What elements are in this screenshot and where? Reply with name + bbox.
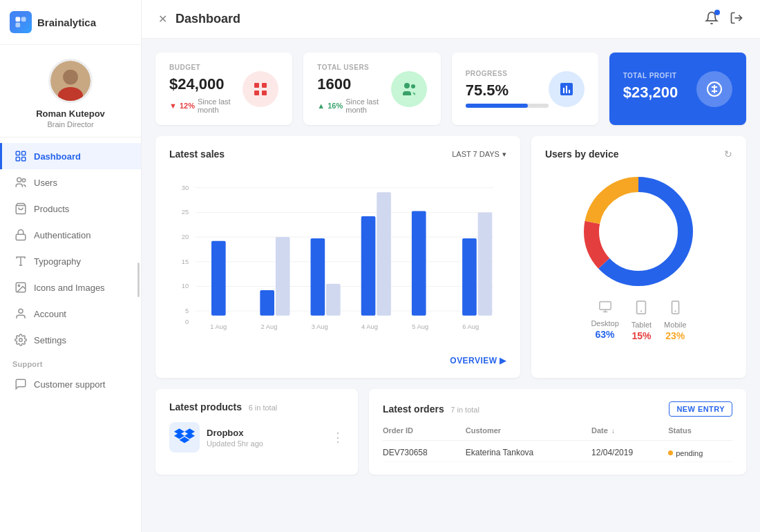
device-desktop: Desktop 63% [591, 301, 618, 341]
header-right [705, 11, 743, 27]
devices-chart-title: Users by device [545, 149, 619, 160]
col-customer: Customer [466, 426, 591, 441]
header-left: ✕ Dashboard [158, 12, 240, 26]
latest-orders-card: Latest orders 7 in total NEW ENTRY Order… [369, 389, 746, 475]
exit-icon[interactable] [730, 11, 743, 27]
stats-row: BUDGET $24,000 ▼ 12% Since last month TO… [155, 53, 746, 125]
orders-count: 7 in total [450, 406, 479, 414]
sidebar-item-label: Products [34, 204, 69, 214]
svg-rect-48 [276, 237, 290, 316]
stat-users-icon-wrap [391, 71, 427, 107]
svg-text:5 Aug: 5 Aug [412, 323, 428, 330]
svg-rect-46 [211, 241, 226, 316]
svg-text:3 Aug: 3 Aug [312, 323, 328, 330]
sidebar-nav: Dashboard Users Products Authentication … [0, 137, 141, 532]
latest-sales-card: Latest sales LAST 7 DAYS ▾ [155, 136, 520, 378]
stat-users-info: TOTAL USERS 1600 ▲ 16% Since last month [317, 64, 390, 114]
products-section-header: Latest products 6 in total [169, 401, 344, 412]
stat-budget-label: BUDGET [169, 64, 243, 71]
mobile-icon [671, 301, 680, 318]
svg-rect-1 [21, 17, 26, 22]
sidebar-item-account[interactable]: Account [0, 301, 141, 327]
sidebar-item-label: Account [34, 309, 66, 319]
svg-text:0: 0 [185, 319, 189, 325]
sidebar-scrollbar [137, 263, 140, 297]
svg-rect-50 [326, 284, 341, 316]
sidebar-item-label: Dashboard [34, 151, 81, 162]
refresh-icon[interactable]: ↻ [724, 149, 732, 160]
support-section-label: Support [0, 353, 141, 371]
sidebar-item-customer-support[interactable]: Customer support [0, 371, 141, 397]
users-stat-icon [401, 81, 417, 97]
svg-point-19 [19, 339, 23, 342]
product-name: Dropbox [207, 428, 263, 438]
product-item-dropbox: Dropbox Updated 5hr ago ⋮ [169, 422, 344, 453]
svg-point-4 [63, 70, 78, 85]
overview-link[interactable]: OVERVIEW ▶ [169, 356, 506, 365]
svg-rect-23 [254, 91, 259, 95]
sidebar-item-label: Settings [34, 335, 66, 345]
sidebar-item-authentication[interactable]: Authentication [0, 222, 141, 248]
svg-rect-55 [478, 212, 493, 315]
latest-products-card: Latest products 6 in total [155, 389, 358, 475]
stat-users-change: ▲ 16% Since last month [317, 97, 390, 114]
close-icon[interactable]: ✕ [158, 12, 167, 26]
product-updated: Updated 5hr ago [207, 439, 263, 448]
col-order-id: Order ID [383, 426, 466, 441]
svg-rect-53 [412, 211, 426, 316]
sidebar-item-users[interactable]: Users [0, 169, 141, 196]
stat-budget-change: ▼ 12% Since last month [169, 97, 243, 114]
svg-point-17 [18, 285, 19, 286]
devices-chart-header: Users by device ↻ [545, 149, 732, 160]
stat-profit-label: TOTAL PROFIT [623, 72, 678, 79]
svg-rect-30 [569, 90, 570, 93]
products-title: Latest products [169, 401, 242, 412]
arrow-up-icon: ▲ [317, 102, 325, 110]
notification-dot [714, 10, 720, 15]
order-id-cell: DEV730658 [383, 441, 466, 462]
notification-icon[interactable] [705, 11, 719, 27]
sales-filter[interactable]: LAST 7 DAYS ▾ [452, 150, 506, 159]
sidebar-item-typography[interactable]: Typography [0, 248, 141, 274]
device-tablet: Tablet 15% [631, 301, 652, 341]
svg-rect-2 [16, 23, 21, 28]
profile-name: Roman Kutepov [36, 108, 105, 119]
donut-chart-area: Desktop 63% Tablet 15% [545, 169, 732, 341]
status-badge: pending [668, 449, 703, 457]
sidebar-item-icons[interactable]: Icons and Images [0, 274, 141, 301]
charts-row: Latest sales LAST 7 DAYS ▾ [155, 136, 746, 378]
stat-users-value: 1600 [317, 75, 390, 93]
svg-text:2 Aug: 2 Aug [261, 323, 278, 330]
svg-rect-9 [22, 158, 26, 161]
svg-point-11 [22, 179, 26, 182]
sidebar-item-settings[interactable]: Settings [0, 327, 141, 353]
desktop-icon [598, 301, 612, 316]
new-entry-button[interactable]: NEW ENTRY [669, 401, 732, 417]
bottom-row: Latest products 6 in total [155, 389, 746, 488]
stat-progress-label: PROGRESS [466, 70, 549, 77]
avatar [48, 59, 93, 103]
col-date[interactable]: Date ↓ [591, 426, 668, 441]
stat-progress-value: 75.5% [466, 82, 549, 99]
grid-icon [252, 81, 269, 97]
sidebar-item-products[interactable]: Products [0, 196, 141, 222]
sidebar-item-label: Icons and Images [34, 283, 105, 293]
svg-point-10 [17, 178, 21, 182]
svg-text:25: 25 [182, 209, 189, 216]
device-legend: Desktop 63% Tablet 15% [591, 301, 686, 341]
svg-rect-6 [16, 151, 19, 155]
progress-fill [466, 104, 529, 108]
stat-progress: PROGRESS 75.5% [452, 53, 598, 125]
user-profile: Roman Kutepov Brain Director [0, 45, 141, 137]
product-more-menu[interactable]: ⋮ [332, 430, 344, 445]
stat-progress-info: PROGRESS 75.5% [466, 70, 549, 108]
stat-progress-icon-wrap [549, 71, 585, 107]
svg-rect-49 [311, 238, 325, 316]
sidebar-header: Brainalytica [0, 0, 141, 45]
svg-point-26 [411, 84, 415, 88]
svg-rect-22 [262, 83, 267, 88]
profile-role: Brain Director [47, 120, 93, 129]
sidebar-item-dashboard[interactable]: Dashboard [0, 143, 141, 169]
dashboard-content: BUDGET $24,000 ▼ 12% Since last month TO… [142, 39, 760, 488]
orders-section-header: Latest orders 7 in total NEW ENTRY [383, 401, 732, 417]
